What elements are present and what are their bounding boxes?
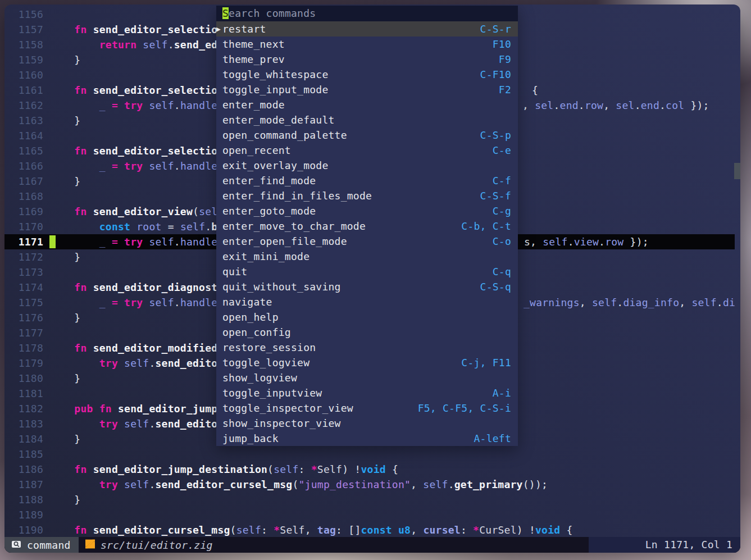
palette-item-label: enter_open_file_mode — [222, 234, 347, 249]
line-number: 1185 — [4, 447, 43, 462]
line-number: 1186 — [4, 462, 43, 477]
line-number: 1171 — [4, 234, 43, 249]
palette-item-label: quit — [222, 264, 247, 279]
palette-item[interactable]: open_help — [216, 309, 518, 325]
palette-item-label: exit_mini_mode — [222, 249, 309, 264]
status-mode-segment[interactable]: command — [4, 537, 79, 553]
palette-item-label: enter_goto_mode — [222, 203, 316, 218]
line-number: 1170 — [4, 219, 43, 234]
palette-item[interactable]: toggle_logview C-j, F11 — [216, 355, 518, 370]
palette-item-keybinding: C-S-p — [480, 128, 511, 143]
palette-item-keybinding: C-S-r — [480, 21, 511, 37]
line-number: 1176 — [4, 310, 43, 325]
palette-item[interactable]: jump_back A-left — [216, 431, 518, 446]
palette-item[interactable]: open_config — [216, 325, 518, 340]
palette-item[interactable]: enter_find_in_files_mode C-S-f — [216, 188, 518, 203]
palette-item-keybinding: C-F10 — [480, 67, 511, 82]
desktop: { "colors": { "editor_bg": "#272b4a", "p… — [0, 0, 751, 560]
palette-item[interactable]: enter_goto_mode C-g — [216, 203, 518, 218]
palette-item-label: enter_mode — [222, 97, 285, 112]
code-text: const root = self.b — [49, 219, 217, 234]
palette-item[interactable]: enter_mode — [216, 97, 518, 112]
palette-item[interactable]: enter_mode_default — [216, 112, 518, 128]
code-line[interactable]: 1185 — [4, 447, 735, 462]
code-text: _ = try self.handle — [49, 295, 217, 310]
palette-item[interactable]: enter_open_file_mode C-o — [216, 234, 518, 249]
code-text: } — [49, 249, 80, 265]
palette-item-label: toggle_inputview — [222, 385, 322, 400]
palette-item[interactable]: theme_prev F9 — [216, 52, 518, 67]
code-text: return self.send_ed — [49, 37, 217, 52]
palette-item[interactable]: navigate — [216, 294, 518, 309]
line-number: 1162 — [4, 98, 43, 113]
code-line[interactable]: 1188 } — [4, 492, 735, 507]
palette-item[interactable]: show_logview — [216, 370, 518, 385]
palette-item-keybinding: C-S-f — [480, 188, 511, 203]
code-text: try self.send_edito — [49, 416, 217, 431]
code-text: } — [49, 174, 80, 189]
line-number: 1164 — [4, 128, 43, 143]
code-text-fragment: { — [532, 83, 538, 98]
code-text: } — [49, 310, 80, 325]
palette-item[interactable]: exit_overlay_mode — [216, 158, 518, 173]
palette-item-keybinding: F5, C-F5, C-S-i — [418, 400, 511, 416]
palette-item[interactable]: toggle_inputview A-i — [216, 385, 518, 400]
line-number: 1179 — [4, 356, 43, 371]
palette-search-input[interactable]: Search commands — [216, 6, 518, 21]
palette-item-keybinding: C-f — [493, 173, 511, 188]
command-palette: Search commands restart C-S-r ▶ theme_ne… — [216, 6, 518, 446]
text-cursor: S — [222, 7, 229, 19]
palette-item-label: open_config — [222, 325, 291, 340]
palette-item[interactable]: toggle_inspector_view F5, C-F5, C-S-i — [216, 400, 518, 416]
palette-item[interactable]: exit_mini_mode — [216, 249, 518, 264]
code-text: } — [49, 492, 80, 507]
editor-cursor — [49, 235, 56, 248]
status-bar: command src/tui/editor.zig Ln 1171, Col … — [4, 537, 740, 553]
code-text: fn send_editor_selectio — [49, 22, 217, 37]
line-number: 1184 — [4, 431, 43, 447]
palette-item[interactable]: restart C-S-r ▶ — [216, 21, 518, 37]
zig-logo-icon — [85, 539, 95, 551]
code-text: _ = try self.handle — [49, 98, 217, 113]
palette-item[interactable]: toggle_input_mode F2 — [216, 82, 518, 97]
line-number: 1189 — [4, 507, 43, 522]
palette-item[interactable]: enter_find_mode C-f — [216, 173, 518, 188]
palette-item-label: toggle_input_mode — [222, 82, 328, 97]
line-number: 1178 — [4, 340, 43, 356]
palette-item-label: enter_move_to_char_mode — [222, 218, 366, 234]
code-text-fragment: , sel.end.row, sel.end.col }); — [522, 98, 709, 113]
code-text: try self.send_edito — [49, 356, 217, 371]
scrollbar-thumb[interactable] — [734, 163, 740, 179]
code-text-fragment: _warnings, self.diag_info, self.di — [524, 295, 735, 310]
palette-item-keybinding: F10 — [493, 37, 511, 52]
palette-item[interactable]: restore_session — [216, 340, 518, 355]
palette-item-keybinding: A-left — [474, 431, 511, 446]
palette-item[interactable]: enter_move_to_char_mode C-b, C-t — [216, 218, 518, 234]
palette-item-label: exit_overlay_mode — [222, 158, 328, 173]
palette-item-keybinding: C-j, F11 — [461, 355, 511, 370]
line-number: 1181 — [4, 386, 43, 401]
palette-item[interactable]: show_inspector_view — [216, 416, 518, 431]
keyboard-search-icon — [12, 539, 23, 551]
code-text-fragment: s, self.view.row }); — [524, 234, 649, 249]
palette-item[interactable]: quit C-q — [216, 264, 518, 279]
line-number: 1166 — [4, 158, 43, 174]
palette-item[interactable]: toggle_whitespace C-F10 — [216, 67, 518, 82]
palette-item-keybinding: F9 — [499, 52, 511, 67]
code-line[interactable]: 1186 fn send_editor_jump_destination(sel… — [4, 462, 735, 477]
palette-item[interactable]: open_command_palette C-S-p — [216, 128, 518, 143]
line-number: 1173 — [4, 265, 43, 280]
code-text: } — [49, 371, 80, 386]
line-number: 1169 — [4, 204, 43, 219]
code-line[interactable]: 1189 — [4, 507, 735, 522]
palette-item-label: open_help — [222, 309, 279, 325]
palette-item[interactable]: open_recent C-e — [216, 143, 518, 158]
palette-item[interactable]: theme_next F10 — [216, 37, 518, 52]
palette-item[interactable]: quit_without_saving C-S-q — [216, 279, 518, 294]
line-number: 1168 — [4, 189, 43, 204]
palette-item-label: theme_next — [222, 37, 285, 52]
palette-item-keybinding: A-i — [493, 385, 511, 400]
palette-item-label: quit_without_saving — [222, 279, 341, 294]
code-line[interactable]: 1190 fn send_editor_cursel_msg(self: *Se… — [4, 522, 735, 538]
code-line[interactable]: 1187 try self.send_editor_cursel_msg("ju… — [4, 477, 735, 492]
